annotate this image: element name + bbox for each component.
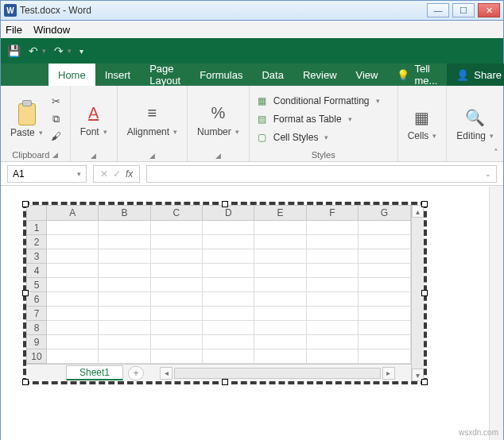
cell[interactable] — [359, 335, 410, 349]
row-header[interactable]: 6 — [26, 292, 47, 307]
cell[interactable] — [307, 349, 359, 364]
col-header-a[interactable]: A — [47, 205, 99, 221]
cell[interactable] — [151, 249, 203, 264]
cell[interactable] — [151, 321, 203, 335]
cell[interactable] — [254, 349, 306, 364]
cell[interactable] — [151, 278, 203, 292]
enter-formula-icon[interactable]: ✓ — [113, 168, 121, 179]
cell[interactable] — [307, 235, 359, 249]
cell[interactable] — [359, 321, 410, 335]
hscroll-left-icon[interactable]: ◂ — [160, 367, 173, 380]
cell[interactable] — [203, 221, 254, 235]
cell[interactable] — [254, 307, 306, 321]
cell[interactable] — [99, 335, 150, 349]
cell[interactable] — [203, 321, 254, 335]
qat-customize-icon[interactable]: ▾ — [79, 47, 83, 56]
save-icon[interactable]: 💾 — [7, 44, 21, 57]
select-all-corner[interactable] — [26, 205, 47, 221]
maximize-button[interactable]: ☐ — [452, 3, 475, 17]
cell[interactable] — [203, 349, 254, 364]
cell[interactable] — [47, 221, 99, 235]
resize-handle-ne[interactable] — [421, 201, 428, 207]
format-as-table-button[interactable]: ▤Format as Table▾ — [256, 111, 380, 126]
resize-handle-sw[interactable] — [22, 379, 29, 385]
resize-handle-e[interactable] — [421, 290, 428, 296]
worksheet-grid[interactable]: A B C D E F G 12345678910 Sheet1 + — [26, 205, 411, 381]
resize-handle-nw[interactable] — [22, 201, 29, 207]
cell[interactable] — [47, 307, 99, 321]
cell[interactable] — [307, 321, 359, 335]
formula-input[interactable]: ⌄ — [146, 165, 497, 183]
row-header[interactable]: 8 — [26, 321, 47, 335]
cell[interactable] — [203, 278, 254, 292]
row-header[interactable]: 5 — [26, 278, 47, 292]
resize-handle-se[interactable] — [421, 379, 428, 385]
name-box-dropdown-icon[interactable]: ▾ — [77, 170, 81, 178]
cell[interactable] — [99, 221, 150, 235]
collapse-ribbon-icon[interactable]: ˄ — [494, 148, 498, 158]
cell[interactable] — [151, 292, 203, 307]
row-header[interactable]: 4 — [26, 264, 47, 278]
cell[interactable] — [254, 292, 306, 307]
cell[interactable] — [359, 221, 410, 235]
cell[interactable] — [254, 249, 306, 264]
editing-button[interactable]: 🔍 Editing▾ — [453, 105, 497, 143]
cell[interactable] — [47, 264, 99, 278]
tab-formulas[interactable]: Formulas — [190, 64, 252, 86]
cell[interactable] — [99, 249, 150, 264]
format-painter-icon[interactable]: 🖌 — [49, 130, 64, 143]
resize-handle-w[interactable] — [22, 290, 29, 296]
name-box[interactable]: A1 ▾ — [7, 165, 87, 183]
hscroll-right-icon[interactable]: ▸ — [382, 367, 395, 380]
cell[interactable] — [47, 349, 99, 364]
row-header[interactable]: 7 — [26, 307, 47, 321]
resize-handle-s[interactable] — [222, 379, 228, 385]
cell[interactable] — [359, 349, 410, 364]
col-header-g[interactable]: G — [359, 205, 410, 221]
cell[interactable] — [307, 278, 359, 292]
cell[interactable] — [254, 335, 306, 349]
cell[interactable] — [254, 278, 306, 292]
cell[interactable] — [254, 264, 306, 278]
cell[interactable] — [203, 249, 254, 264]
hscroll-track[interactable] — [174, 368, 380, 379]
tab-view[interactable]: View — [347, 64, 388, 86]
sheet-tab-sheet1[interactable]: Sheet1 — [66, 365, 123, 380]
tab-data[interactable]: Data — [252, 64, 293, 86]
fx-icon[interactable]: fx — [126, 168, 133, 179]
cells-button[interactable]: ▦ Cells▾ — [405, 105, 440, 143]
cell[interactable] — [47, 321, 99, 335]
cancel-formula-icon[interactable]: ✕ — [100, 168, 108, 179]
cell[interactable] — [359, 307, 410, 321]
conditional-formatting-button[interactable]: ▦Conditional Formatting▾ — [256, 93, 380, 108]
font-dialog-launcher[interactable]: ◢ — [91, 152, 96, 160]
cell[interactable] — [99, 307, 150, 321]
word-vertical-scrollbar[interactable] — [489, 186, 503, 440]
cell[interactable] — [47, 235, 99, 249]
row-header[interactable]: 9 — [26, 335, 47, 349]
tab-review[interactable]: Review — [293, 64, 347, 86]
cell[interactable] — [203, 335, 254, 349]
cell[interactable] — [99, 292, 150, 307]
copy-icon[interactable]: ⧉ — [49, 113, 64, 125]
number-dialog-launcher[interactable]: ◢ — [215, 152, 221, 160]
expand-formula-bar-icon[interactable]: ⌄ — [485, 170, 491, 178]
cell[interactable] — [359, 292, 410, 307]
cell[interactable] — [99, 278, 150, 292]
font-button[interactable]: A Font▾ — [77, 101, 110, 139]
cell[interactable] — [359, 264, 410, 278]
cell-styles-button[interactable]: ▢Cell Styles▾ — [256, 129, 380, 145]
row-header[interactable]: 10 — [26, 349, 47, 364]
cell[interactable] — [359, 249, 410, 264]
number-button[interactable]: % Number▾ — [194, 101, 242, 139]
close-button[interactable]: ✕ — [478, 3, 500, 17]
cell[interactable] — [99, 349, 150, 364]
tab-page-layout[interactable]: Page Layout — [140, 64, 190, 86]
cell[interactable] — [254, 221, 306, 235]
cell[interactable] — [307, 264, 359, 278]
resize-handle-n[interactable] — [222, 201, 228, 207]
redo-button[interactable]: ↷▾ — [54, 44, 72, 57]
col-header-f[interactable]: F — [307, 205, 359, 221]
undo-button[interactable]: ↶▾ — [29, 44, 46, 57]
share-button[interactable]: 👤 Share — [447, 64, 504, 86]
